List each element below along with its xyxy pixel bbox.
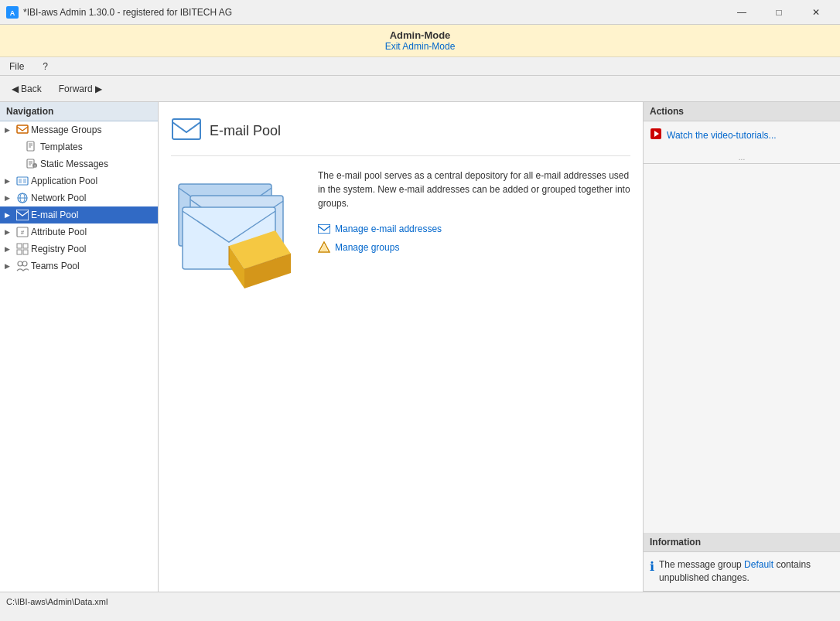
exit-admin-mode-link[interactable]: Exit Admin-Mode bbox=[385, 41, 456, 52]
expand-arrow-icon: ▶ bbox=[5, 126, 14, 134]
email-pool-label: E-mail Pool bbox=[31, 210, 153, 220]
sidebar-item-registry-pool[interactable]: ▶ Registry Pool bbox=[0, 241, 158, 258]
admin-banner: Admin-Mode Exit Admin-Mode bbox=[0, 25, 840, 57]
groups-icon bbox=[318, 241, 330, 254]
information-content: ℹ The message group Default contains unp… bbox=[644, 552, 840, 591]
svg-point-20 bbox=[18, 261, 22, 266]
attribute-pool-label: Attribute Pool bbox=[31, 227, 153, 237]
watch-tutorials-link[interactable]: Watch the video-tutorials... bbox=[650, 128, 834, 142]
email-pool-header-icon bbox=[171, 114, 202, 148]
application-pool-label: Application Pool bbox=[31, 176, 153, 186]
network-pool-icon bbox=[16, 192, 29, 204]
expand-arrow-email-pool: ▶ bbox=[5, 211, 14, 219]
watch-tutorials-label: Watch the video-tutorials... bbox=[667, 130, 777, 141]
info-text: The message group Default contains unpub… bbox=[659, 558, 834, 585]
actions-header: Actions bbox=[644, 102, 840, 121]
static-messages-label: Static Messages bbox=[40, 159, 153, 169]
minimize-button[interactable]: — bbox=[724, 2, 760, 23]
forward-label: Forward bbox=[59, 84, 93, 94]
static-messages-icon: ! bbox=[26, 158, 38, 170]
menu-help[interactable]: ? bbox=[36, 60, 54, 73]
sidebar-item-message-groups[interactable]: ▶ Message Groups bbox=[0, 121, 158, 138]
expand-arrow-attribute-pool: ▶ bbox=[5, 228, 14, 236]
manage-groups-link[interactable]: Manage groups bbox=[318, 241, 630, 254]
status-path: C:\IBI-aws\Admin\Data.xml bbox=[6, 597, 108, 606]
action-links: Manage e-mail addresses Manage groups bbox=[318, 223, 630, 254]
registry-pool-label: Registry Pool bbox=[31, 244, 153, 254]
svg-rect-16 bbox=[17, 244, 22, 248]
toolbar: ◀ Back Forward ▶ bbox=[0, 76, 840, 102]
info-icon: ℹ bbox=[650, 559, 654, 574]
more-dots: ... bbox=[644, 152, 840, 163]
teams-pool-label: Teams Pool bbox=[31, 261, 153, 271]
navigation-sidebar: Navigation ▶ Message Groups Templates ! … bbox=[0, 102, 159, 592]
close-button[interactable]: ✕ bbox=[798, 2, 834, 23]
svg-text:#: # bbox=[21, 229, 25, 236]
menu-file[interactable]: File bbox=[3, 60, 30, 73]
svg-rect-8 bbox=[19, 179, 22, 183]
attribute-pool-icon: # bbox=[16, 226, 29, 238]
sidebar-item-email-pool[interactable]: ▶ E-mail Pool bbox=[0, 206, 158, 223]
expand-arrow-teams-pool: ▶ bbox=[5, 262, 14, 270]
teams-pool-icon bbox=[16, 260, 29, 272]
info-text-before: The message group bbox=[659, 559, 744, 570]
network-pool-label: Network Pool bbox=[31, 193, 153, 203]
expand-arrow-app-pool: ▶ bbox=[5, 177, 14, 185]
back-button[interactable]: ◀ Back bbox=[5, 80, 49, 97]
right-panel: Actions Watch the video-tutorials... ... bbox=[643, 102, 840, 592]
message-groups-label: Message Groups bbox=[31, 125, 153, 135]
forward-button[interactable]: Forward ▶ bbox=[52, 80, 109, 97]
manage-emails-label: Manage e-mail addresses bbox=[335, 223, 442, 234]
title-bar-text: *IBI-aws Admin 1.30.0 - registered for I… bbox=[23, 7, 232, 18]
templates-icon bbox=[26, 141, 38, 153]
admin-mode-title: Admin-Mode bbox=[5, 29, 835, 41]
expand-arrow-registry-pool: ▶ bbox=[5, 245, 14, 253]
svg-rect-31 bbox=[318, 224, 330, 234]
status-bar: C:\IBI-aws\Admin\Data.xml bbox=[0, 592, 840, 610]
forward-arrow-icon: ▶ bbox=[95, 84, 102, 94]
information-section: Information ℹ The message group Default … bbox=[644, 533, 840, 592]
menu-bar: File ? bbox=[0, 57, 840, 76]
application-pool-icon bbox=[16, 175, 29, 187]
page-header: E-mail Pool bbox=[171, 114, 630, 156]
content-area: E-mail Pool bbox=[159, 102, 643, 592]
sidebar-item-attribute-pool[interactable]: ▶ # Attribute Pool bbox=[0, 223, 158, 241]
manage-email-addresses-link[interactable]: Manage e-mail addresses bbox=[318, 223, 630, 235]
svg-rect-18 bbox=[17, 250, 22, 254]
actions-content: Watch the video-tutorials... bbox=[644, 121, 840, 152]
navigation-header: Navigation bbox=[0, 102, 158, 121]
svg-rect-22 bbox=[172, 119, 200, 139]
sidebar-item-static-messages[interactable]: ! Static Messages bbox=[0, 155, 158, 172]
sidebar-item-templates[interactable]: Templates bbox=[0, 138, 158, 155]
envelope-icon bbox=[318, 223, 330, 235]
content-description-area: The e-mail pool serves as a central depo… bbox=[318, 169, 630, 260]
svg-text:A: A bbox=[10, 9, 15, 17]
sidebar-item-application-pool[interactable]: ▶ Application Pool bbox=[0, 172, 158, 189]
play-icon bbox=[650, 128, 662, 142]
templates-label: Templates bbox=[40, 142, 153, 152]
email-pool-illustration bbox=[171, 169, 302, 302]
app-icon: A bbox=[6, 6, 19, 19]
content-description: The e-mail pool serves as a central depo… bbox=[318, 169, 630, 210]
svg-point-21 bbox=[22, 261, 27, 266]
sidebar-item-teams-pool[interactable]: ▶ Teams Pool bbox=[0, 258, 158, 275]
page-title: E-mail Pool bbox=[210, 123, 281, 139]
manage-groups-label: Manage groups bbox=[335, 242, 399, 253]
svg-rect-2 bbox=[17, 125, 28, 133]
svg-rect-3 bbox=[27, 142, 34, 151]
svg-rect-13 bbox=[16, 210, 29, 220]
window-controls: — □ ✕ bbox=[724, 2, 834, 23]
title-bar: A *IBI-aws Admin 1.30.0 - registered for… bbox=[0, 0, 840, 25]
default-group-link[interactable]: Default bbox=[744, 559, 773, 570]
back-label: Back bbox=[21, 84, 42, 94]
information-header: Information bbox=[644, 533, 840, 552]
back-arrow-icon: ◀ bbox=[12, 84, 19, 94]
expand-arrow-network-pool: ▶ bbox=[5, 194, 14, 202]
svg-rect-19 bbox=[23, 250, 28, 254]
sidebar-item-network-pool[interactable]: ▶ Network Pool bbox=[0, 189, 158, 206]
svg-rect-9 bbox=[23, 179, 26, 183]
email-pool-icon bbox=[16, 209, 29, 221]
maximize-button[interactable]: □ bbox=[761, 2, 797, 23]
registry-pool-icon bbox=[16, 243, 29, 255]
actions-section: Actions Watch the video-tutorials... ... bbox=[644, 102, 840, 164]
